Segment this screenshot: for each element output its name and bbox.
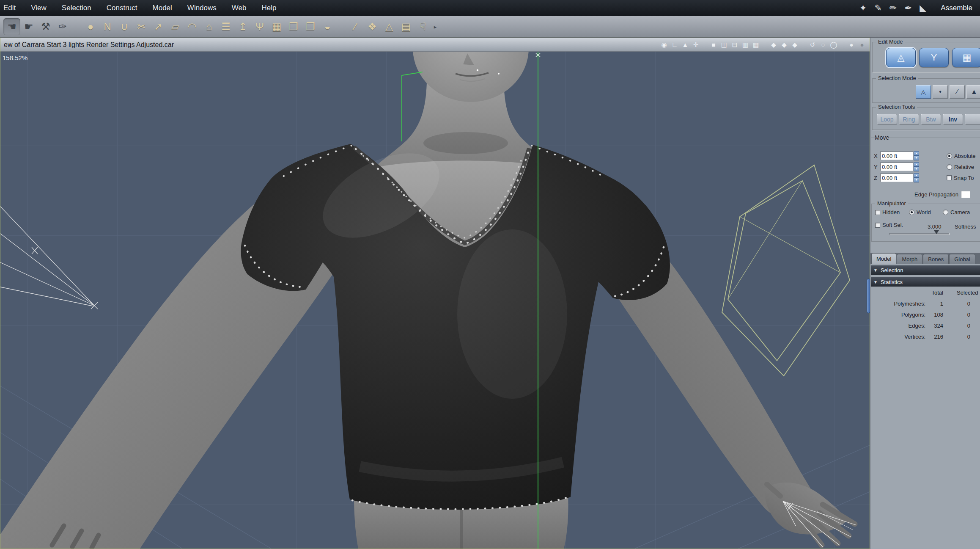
active-room-label[interactable]: Assemble (941, 4, 972, 12)
rotation-ring-icon[interactable]: ↺ (808, 41, 817, 49)
edge-propagation-field[interactable] (961, 191, 970, 198)
hidden-checkbox[interactable] (875, 210, 880, 215)
selection-tool-extra-button[interactable] (965, 114, 980, 125)
inv-button[interactable]: Inv (943, 114, 963, 125)
face-selection-mode-button[interactable]: ▲ (966, 85, 980, 99)
open-hand-tool-icon[interactable]: ☛ (20, 18, 37, 35)
loop-button[interactable]: Loop (877, 114, 897, 125)
tab-model[interactable]: Model (871, 253, 896, 264)
bellows-tool-icon[interactable]: ☰ (217, 18, 234, 35)
spline-tool-icon[interactable]: N (99, 18, 116, 35)
viewport-title-bar[interactable]: ew of Carrara Start 3 lights Render Sett… (0, 38, 870, 52)
layout-two-horizontal-icon[interactable]: ⊟ (730, 41, 739, 49)
axis-y-input[interactable] (880, 163, 913, 171)
relative-option: Relative (947, 161, 976, 172)
hook-tool-icon[interactable]: ➚ (150, 18, 167, 35)
dark-sphere-icon[interactable]: ● (858, 41, 866, 48)
statistics-collapse-arrow-icon[interactable]: ▼ (873, 280, 878, 284)
magnet-tool-icon[interactable]: ∪ (116, 18, 133, 35)
claw-tool-icon[interactable]: ⚒ (37, 18, 54, 35)
extrude-tool-icon[interactable]: ↥ (234, 18, 251, 35)
dashed-circle-icon[interactable]: ◌ (819, 41, 827, 48)
vault-tool-icon[interactable]: ⌂ (200, 18, 217, 35)
pen-room-icon[interactable]: ✒ (905, 3, 912, 13)
point-selection-mode-button[interactable]: • (933, 85, 948, 99)
tab-bones[interactable]: Bones (923, 254, 949, 264)
layout-three-pane-icon[interactable]: ▥ (741, 41, 749, 49)
spray-room-icon[interactable]: ✦ (859, 3, 867, 13)
viewport-canvas[interactable]: 158.52% (0, 52, 870, 549)
menu-selection[interactable]: Selection (62, 4, 91, 12)
selection-section-header[interactable]: ▼ Selection (871, 265, 980, 275)
edge-selection-mode-button[interactable]: ∕ (950, 85, 965, 99)
snap-to-checkbox[interactable] (947, 175, 952, 180)
light-sphere-icon[interactable]: ● (847, 41, 856, 48)
sphere-primitive-tool-icon[interactable]: ● (82, 18, 99, 35)
selection-collapse-arrow-icon[interactable]: ▼ (873, 268, 878, 273)
panel-tool-icon[interactable]: ❐ (302, 18, 319, 35)
world-radio[interactable] (909, 210, 914, 215)
menu-view[interactable]: View (31, 4, 47, 12)
menu-help[interactable]: Help (261, 4, 276, 12)
camera-radio[interactable] (943, 210, 948, 215)
menu-edit[interactable]: Edit (3, 4, 16, 12)
shield-high-detail-icon[interactable]: ◆ (769, 41, 778, 49)
shaded-sphere-tool-icon[interactable]: ◒ (319, 18, 336, 35)
layout-single-icon[interactable]: ■ (709, 41, 718, 48)
scissors-tool-icon[interactable]: ✂ (133, 18, 150, 35)
dome-tool-icon[interactable]: ◠ (184, 18, 200, 35)
layout-two-vertical-icon[interactable]: ◫ (720, 41, 728, 49)
smooth-hand-tool-icon[interactable]: ☟ (415, 18, 431, 35)
wire-globe-icon[interactable]: ◯ (829, 41, 838, 49)
pencil-room-icon[interactable]: ✏ (889, 3, 897, 13)
axis-y-stepper[interactable]: ▴▾ (914, 162, 919, 171)
skeleton-edit-mode-button[interactable]: Y (919, 48, 949, 67)
soft-selection-checkbox[interactable] (875, 223, 880, 228)
hidden-option: Hidden (875, 209, 900, 215)
tab-morph[interactable]: Morph (897, 254, 922, 264)
soft-selection-slider-thumb[interactable] (934, 230, 939, 234)
shield-medium-detail-icon[interactable]: ◆ (780, 41, 788, 49)
toolbar-overflow-arrow-icon[interactable]: ▸ (431, 24, 439, 30)
stat-total-value: 324 (926, 323, 943, 329)
btw-button[interactable]: Btw (921, 114, 941, 125)
ring-button[interactable]: Ring (899, 114, 919, 125)
plate-tool-icon[interactable]: ▤ (398, 18, 415, 35)
preview-quality-icon[interactable]: ▲ (681, 41, 689, 48)
vertex-edit-mode-button[interactable]: ◬ (886, 48, 916, 67)
tool-bar: ☚☛⚒✑●N∪✂➚▱◠⌂☰↥Ψ▦❒❐◒∕❖△▤☟▸ (0, 16, 980, 38)
absolute-radio[interactable] (947, 153, 952, 159)
brush-room-icon[interactable]: ✎ (874, 3, 882, 13)
line-tool-icon[interactable]: ∕ (347, 18, 364, 35)
stat-selected-value: 0 (947, 323, 970, 329)
block-tool-icon[interactable]: ❒ (285, 18, 302, 35)
uv-edit-mode-button[interactable]: ▦ (952, 48, 980, 67)
pan-view-icon[interactable]: ✛ (692, 41, 700, 49)
vertex-selection-mode-button[interactable]: ◬ (916, 85, 931, 99)
grab-hand-tool-icon[interactable]: ☚ (3, 18, 20, 35)
axis-z-input[interactable] (880, 174, 913, 182)
menu-bar: EditViewSelectionConstructModelWindowsWe… (0, 0, 980, 16)
axis-x-stepper[interactable]: ▴▾ (914, 151, 919, 160)
layout-four-pane-icon[interactable]: ▦ (752, 41, 760, 49)
polygon-tool-icon[interactable]: ❖ (364, 18, 381, 35)
shield-low-detail-icon[interactable]: ◆ (791, 41, 799, 49)
lathe-tool-icon[interactable]: Ψ (251, 18, 268, 35)
camera-orbit-icon[interactable]: ◉ (660, 41, 668, 49)
bend-tool-icon[interactable]: △ (381, 18, 398, 35)
menu-web[interactable]: Web (232, 4, 247, 12)
scene-axes-icon[interactable]: ∟ (670, 41, 679, 48)
menu-construct[interactable]: Construct (107, 4, 137, 12)
marquee-tool-icon[interactable]: ▱ (167, 18, 184, 35)
tab-global[interactable]: Global (949, 254, 975, 264)
statistics-section-header[interactable]: ▼ Statistics (871, 277, 980, 287)
menu-windows[interactable]: Windows (187, 4, 217, 12)
chisel-tool-icon[interactable]: ✑ (54, 18, 71, 35)
axis-z-stepper[interactable]: ▴▾ (914, 173, 919, 182)
menu-model[interactable]: Model (153, 4, 172, 12)
soft-selection-slider[interactable] (889, 233, 950, 235)
relative-radio[interactable] (947, 164, 952, 170)
axis-x-input[interactable] (880, 152, 913, 160)
ruler-room-icon[interactable]: ◣ (920, 3, 926, 13)
boolean-tool-icon[interactable]: ▦ (268, 18, 285, 35)
